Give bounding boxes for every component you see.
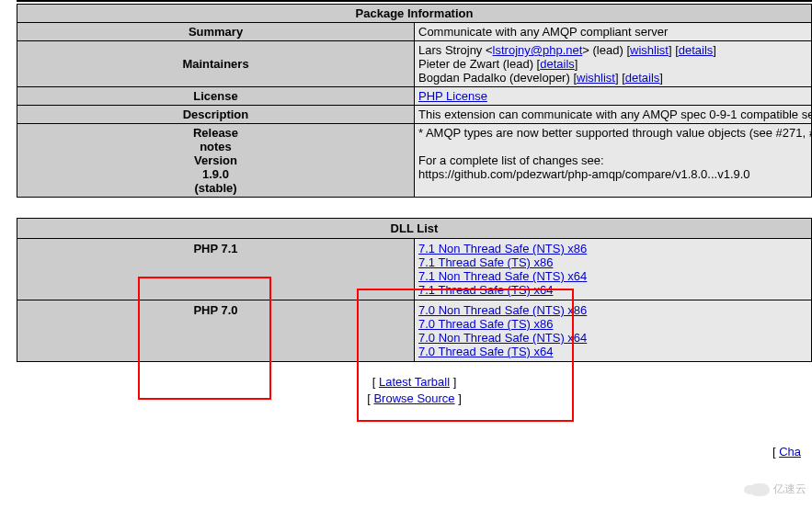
bottom-links: [ Latest Tarball ] [ Browse Source ] bbox=[17, 375, 812, 405]
package-info-header: Package Information bbox=[17, 5, 812, 23]
description-value: This extension can communicate with any … bbox=[415, 106, 812, 124]
summary-value: Communicate with any AMQP compliant serv… bbox=[415, 23, 812, 41]
maintainers-label: Maintainers bbox=[17, 41, 415, 87]
maintainer-email-link[interactable]: lstrojny@php.net bbox=[493, 43, 583, 57]
details-link[interactable]: details bbox=[679, 43, 714, 57]
details-link[interactable]: details bbox=[625, 71, 660, 85]
description-label: Description bbox=[17, 106, 415, 124]
php-version-cell: PHP 7.0 bbox=[17, 300, 415, 362]
php-version-cell: PHP 7.1 bbox=[17, 239, 415, 300]
details-link[interactable]: details bbox=[540, 57, 575, 71]
dll-link[interactable]: 7.1 Thread Safe (TS) x86 bbox=[418, 255, 553, 269]
wishlist-link[interactable]: wishlist bbox=[630, 43, 669, 57]
latest-tarball-link[interactable]: Latest Tarball bbox=[379, 375, 450, 389]
dll-link[interactable]: 7.1 Non Thread Safe (NTS) x86 bbox=[418, 242, 587, 255]
dll-link[interactable]: 7.0 Thread Safe (TS) x64 bbox=[418, 345, 553, 358]
dll-link[interactable]: 7.0 Non Thread Safe (NTS) x86 bbox=[418, 303, 587, 317]
release-notes-label: ReleasenotesVersion1.9.0(stable) bbox=[17, 124, 415, 198]
license-value: PHP License bbox=[415, 87, 812, 106]
package-info-table: Package Information Summary Communicate … bbox=[17, 4, 812, 198]
release-notes-value: * AMQP types are now better supported th… bbox=[415, 124, 812, 198]
dll-link[interactable]: 7.1 Thread Safe (TS) x64 bbox=[418, 283, 553, 297]
dll-link[interactable]: 7.0 Thread Safe (TS) x86 bbox=[418, 317, 553, 331]
wishlist-link[interactable]: wishlist bbox=[577, 71, 615, 85]
license-link[interactable]: PHP License bbox=[418, 89, 487, 103]
dll-link[interactable]: 7.0 Non Thread Safe (NTS) x64 bbox=[418, 331, 587, 345]
maintainers-value: Lars Strojny <lstrojny@php.net> (lead) [… bbox=[415, 41, 812, 87]
dll-list-header: DLL List bbox=[17, 219, 812, 239]
summary-label: Summary bbox=[17, 23, 415, 41]
table-row: PHP 7.1 7.1 Non Thread Safe (NTS) x86 7.… bbox=[17, 239, 812, 300]
table-row: PHP 7.0 7.0 Non Thread Safe (NTS) x86 7.… bbox=[17, 300, 812, 362]
dll-link[interactable]: 7.1 Non Thread Safe (NTS) x64 bbox=[418, 269, 587, 283]
license-label: License bbox=[17, 87, 415, 106]
browse-source-link[interactable]: Browse Source bbox=[373, 391, 454, 405]
dll-links-cell: 7.0 Non Thread Safe (NTS) x86 7.0 Thread… bbox=[415, 300, 812, 362]
dll-links-cell: 7.1 Non Thread Safe (NTS) x86 7.1 Thread… bbox=[415, 239, 812, 300]
dll-list-table: DLL List PHP 7.1 7.1 Non Thread Safe (NT… bbox=[17, 218, 812, 362]
